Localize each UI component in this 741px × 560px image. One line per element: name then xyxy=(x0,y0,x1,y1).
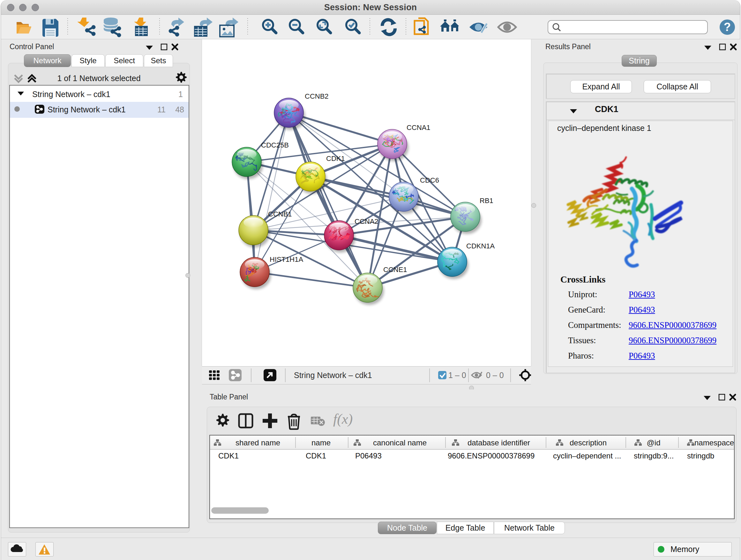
svg-text:namespace: namespace xyxy=(694,438,734,447)
svg-text:CCNA2: CCNA2 xyxy=(354,217,379,226)
svg-text:f(x): f(x) xyxy=(333,411,353,427)
svg-text:String Network – cdk1: String Network – cdk1 xyxy=(294,371,372,380)
svg-text:RB1: RB1 xyxy=(480,197,493,205)
svg-text:description: description xyxy=(569,438,607,447)
svg-text:@id: @id xyxy=(647,438,660,447)
svg-text:shared name: shared name xyxy=(235,438,280,447)
svg-text:CCNE1: CCNE1 xyxy=(383,266,407,273)
svg-text:database identifier: database identifier xyxy=(468,438,530,447)
svg-text:1 – 0: 1 – 0 xyxy=(448,371,466,380)
svg-text:CDK1: CDK1 xyxy=(326,154,345,163)
svg-text:CDC6: CDC6 xyxy=(420,176,439,184)
svg-text:CCNA1: CCNA1 xyxy=(407,124,430,132)
svg-text:CDC25B: CDC25B xyxy=(261,141,289,149)
svg-text:HIST1H1A: HIST1H1A xyxy=(270,255,303,263)
svg-text:CCNB1: CCNB1 xyxy=(268,210,292,218)
svg-text:CCNB2: CCNB2 xyxy=(305,92,329,100)
svg-text:name: name xyxy=(312,438,331,447)
svg-text:0 – 0: 0 – 0 xyxy=(486,371,504,380)
svg-text:canonical name: canonical name xyxy=(373,438,427,447)
svg-text:CDKN1A: CDKN1A xyxy=(466,242,495,250)
svg-text:?: ? xyxy=(724,20,731,34)
